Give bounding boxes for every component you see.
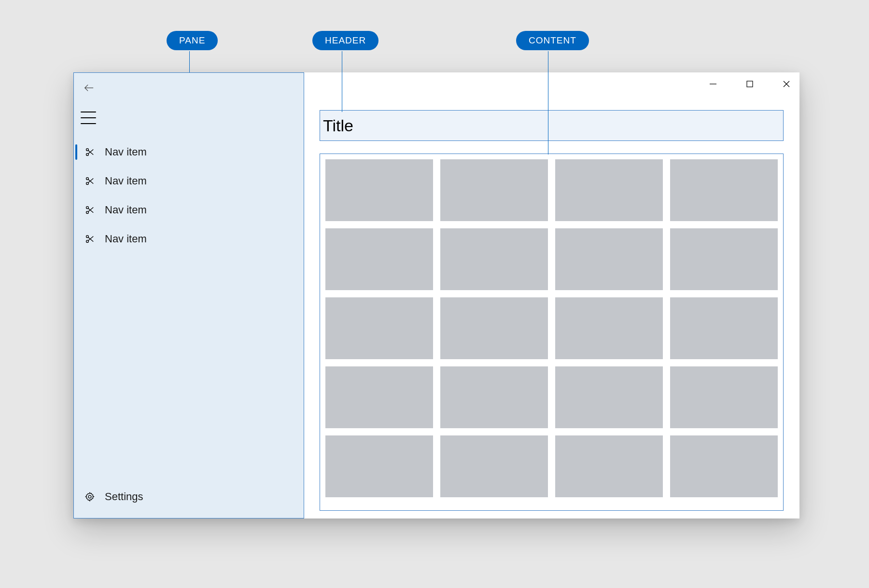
svg-point-14 — [86, 240, 89, 243]
content-area — [320, 154, 784, 511]
navigation-pane: Nav itemNav itemNav itemNav item Setting… — [73, 72, 304, 518]
content-tile[interactable] — [440, 228, 548, 290]
nav-item-label: Nav item — [105, 175, 147, 187]
svg-point-9 — [86, 207, 89, 209]
maximize-icon — [746, 81, 753, 89]
content-tile[interactable] — [440, 159, 548, 221]
nav-item-label: Nav item — [105, 146, 147, 158]
content-tile[interactable] — [555, 159, 663, 221]
scissors-icon — [84, 234, 95, 244]
diagram-stage: PANE HEADER CONTENT Nav itemNav itemNa — [0, 0, 869, 588]
app-window: Nav itemNav itemNav itemNav item Setting… — [73, 72, 799, 518]
page-title: Title — [323, 116, 353, 135]
content-tile[interactable] — [555, 366, 663, 428]
close-icon — [783, 80, 790, 90]
content-tile[interactable] — [325, 228, 433, 290]
callout-pane: PANE — [167, 31, 218, 50]
content-tile[interactable] — [555, 297, 663, 359]
content-tile[interactable] — [440, 435, 548, 497]
svg-point-2 — [86, 154, 89, 156]
scissors-icon — [84, 176, 95, 186]
content-tile[interactable] — [670, 297, 778, 359]
svg-point-13 — [86, 236, 89, 238]
content-tile[interactable] — [555, 228, 663, 290]
content-tile[interactable] — [325, 297, 433, 359]
gear-icon — [84, 491, 95, 502]
svg-point-10 — [86, 211, 89, 214]
minimize-button[interactable] — [706, 78, 720, 92]
leader-header — [342, 51, 342, 112]
leader-pane — [189, 51, 190, 72]
content-tile[interactable] — [670, 159, 778, 221]
leader-content — [548, 51, 548, 154]
back-arrow-icon — [84, 83, 94, 95]
settings-label: Settings — [105, 490, 143, 503]
content-tile[interactable] — [440, 297, 548, 359]
content-tile[interactable] — [325, 435, 433, 497]
content-tile[interactable] — [670, 435, 778, 497]
nav-list: Nav itemNav itemNav itemNav item — [74, 138, 304, 253]
content-tile[interactable] — [670, 228, 778, 290]
hamburger-button[interactable] — [81, 112, 96, 124]
svg-rect-19 — [747, 81, 753, 87]
svg-point-5 — [86, 178, 89, 180]
nav-item-0[interactable]: Nav item — [74, 138, 304, 167]
nav-item-1[interactable]: Nav item — [74, 167, 304, 196]
scissors-icon — [84, 205, 95, 215]
content-tile[interactable] — [325, 159, 433, 221]
close-button[interactable] — [779, 78, 794, 92]
svg-point-17 — [88, 495, 91, 498]
callout-header: HEADER — [312, 31, 378, 50]
maximize-button[interactable] — [743, 78, 757, 92]
content-tile[interactable] — [555, 435, 663, 497]
content-tile[interactable] — [670, 366, 778, 428]
content-tile[interactable] — [325, 366, 433, 428]
nav-item-label: Nav item — [105, 233, 147, 245]
svg-point-6 — [86, 182, 89, 185]
callout-content: CONTENT — [516, 31, 589, 50]
nav-item-3[interactable]: Nav item — [74, 224, 304, 253]
scissors-icon — [84, 147, 95, 157]
settings-item[interactable]: Settings — [74, 482, 304, 511]
page-header: Title — [320, 110, 784, 141]
back-button[interactable] — [82, 82, 96, 96]
content-tile[interactable] — [440, 366, 548, 428]
nav-item-label: Nav item — [105, 204, 147, 216]
window-controls — [706, 75, 794, 95]
svg-point-1 — [86, 149, 89, 151]
hamburger-icon — [81, 112, 96, 112]
nav-item-2[interactable]: Nav item — [74, 196, 304, 224]
content-grid — [325, 159, 778, 497]
minimize-icon — [709, 80, 717, 90]
